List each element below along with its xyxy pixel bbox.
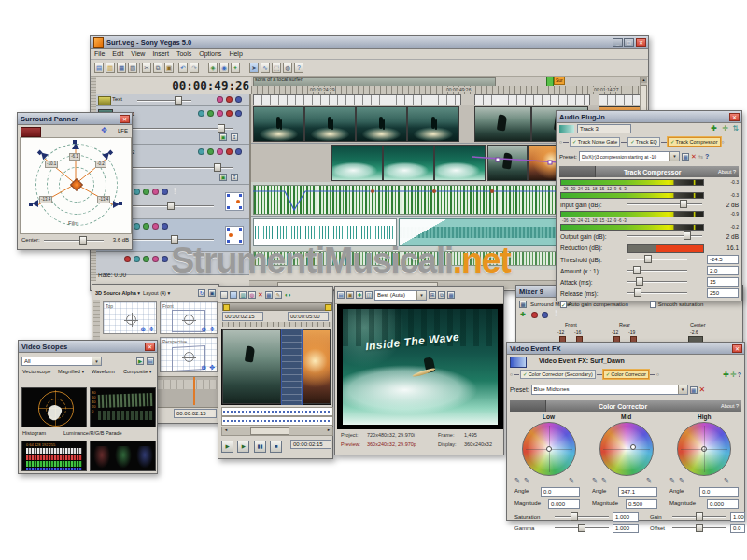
center-level-slider[interactable] [79, 236, 87, 245]
keyframe-timecode[interactable]: 00:00:02:15 [174, 409, 217, 418]
overlays-icon[interactable]: ⊞ [429, 291, 436, 299]
project-properties-icon[interactable]: ▤ [337, 291, 345, 299]
snapping-icon[interactable]: ◈ [208, 63, 218, 73]
low-magnitude-field[interactable]: 0.000 [548, 499, 580, 509]
amount-slider[interactable] [633, 266, 641, 274]
zoom-icon[interactable]: ⊕ [201, 364, 206, 371]
about-link[interactable]: About ? [721, 403, 739, 409]
front-view-pane[interactable]: Front ⊕ ✥ [160, 301, 218, 334]
marker-tag[interactable]: Sur [554, 77, 565, 85]
video-event-thumbnail[interactable] [474, 106, 531, 142]
preset-dropdown[interactable]: Blue Midtones▼ [531, 385, 688, 395]
automation-clock-icon[interactable] [235, 110, 242, 117]
pan-point[interactable] [236, 200, 240, 203]
audio-plugin-title-bar[interactable]: Audio Plug-In ✕ [557, 111, 741, 123]
plugin-chooser-icon[interactable]: ✛ [722, 124, 728, 133]
track-motion-icon[interactable] [198, 110, 204, 117]
paste-icon[interactable]: ▣ [164, 63, 174, 73]
remove-media-icon[interactable]: ✕ [258, 291, 263, 299]
pan-icon[interactable]: ✥ [209, 364, 215, 371]
menu-help[interactable]: Help [225, 50, 246, 57]
video-event-thumbnail[interactable] [407, 106, 459, 142]
record-bus-icon[interactable] [531, 312, 538, 318]
mute-button[interactable] [217, 96, 223, 103]
mute-button[interactable] [217, 148, 223, 155]
open-media-icon[interactable]: ▥ [239, 291, 247, 299]
selection-end-handle[interactable] [325, 304, 331, 311]
reset-eyedropper-icon[interactable]: ✎ [724, 477, 729, 484]
edit-media-icon[interactable]: ✎ [275, 291, 282, 299]
pan-icon[interactable]: ✥ [209, 326, 215, 332]
selection-edit-tool-icon[interactable]: ⬚ [272, 63, 281, 73]
track-fx-icon[interactable] [207, 110, 214, 117]
saturation-slider[interactable] [571, 512, 578, 521]
mid-color-wheel[interactable] [599, 422, 654, 476]
reset-eyedropper-icon[interactable]: ✎ [569, 477, 574, 484]
play-from-start-button[interactable]: ▶ [221, 441, 233, 453]
high-angle-field[interactable]: 0.0 [699, 487, 739, 497]
menu-view[interactable]: View [127, 50, 148, 57]
preview-quality-dropdown[interactable]: Best (Auto)▼ [374, 290, 427, 301]
layout-dropdown[interactable]: Layout (4) ▾ [143, 290, 170, 296]
make-compositing-child-icon[interactable]: ↧ [231, 174, 238, 181]
complementary-eyedropper-icon[interactable]: ✎ [592, 477, 598, 484]
menu-edit[interactable]: Edit [108, 50, 127, 57]
complementary-eyedropper-icon[interactable]: ✎ [514, 477, 520, 484]
low-wheel-handle[interactable] [546, 446, 552, 452]
delete-preset-icon[interactable]: ✕ [699, 385, 706, 394]
surround-panner-title-bar[interactable]: Surround Panner ✕ [18, 113, 132, 125]
minimize-button[interactable]: _ [613, 38, 623, 47]
release-slider[interactable] [634, 288, 641, 297]
complementary-eyedropper-icon[interactable]: ✎ [669, 477, 675, 484]
video-scopes-title-bar[interactable]: Video Scopes ✕ [19, 341, 157, 353]
mid-magnitude-field[interactable]: 0.500 [626, 499, 657, 509]
auto-ripple-icon[interactable]: ◉ [219, 63, 229, 73]
selection-start-handle[interactable] [223, 304, 230, 311]
close-button[interactable]: ✕ [729, 113, 740, 121]
track-level-slider[interactable] [214, 163, 221, 172]
low-angle-field[interactable]: 0.0 [541, 487, 580, 497]
save-preset-icon[interactable]: ▦ [682, 153, 689, 161]
stop-button[interactable]: ■ [270, 441, 282, 453]
waveform-mode-dropdown[interactable]: Composite ▾ [123, 369, 152, 374]
solo-button[interactable] [226, 96, 233, 103]
fx-chooser-icon[interactable]: ✛ [730, 371, 737, 379]
rear-right-speaker-icon[interactable] [112, 200, 122, 208]
close-button[interactable]: ✕ [145, 343, 155, 351]
menu-file[interactable]: File [91, 50, 108, 57]
amount-field[interactable]: 2.0 [707, 266, 739, 275]
cut-icon[interactable]: ✂ [142, 63, 151, 73]
insert-fx-icon[interactable]: ✚ [520, 311, 526, 318]
keyframe-cursor[interactable] [193, 377, 195, 405]
close-button[interactable]: ✕ [732, 344, 742, 353]
automation-clock-icon[interactable] [542, 312, 548, 318]
track-tab[interactable]: Track 3 [577, 124, 631, 133]
compositing-mode-icon[interactable]: ▣ [219, 174, 227, 181]
gain-slider[interactable] [696, 512, 703, 521]
zoom-edit-tool-icon[interactable]: ◍ [283, 63, 292, 73]
zoom-selection-icon[interactable]: ◍ [248, 291, 256, 299]
save-frame-icon[interactable]: ▦ [447, 291, 455, 299]
surround-pan-thumbnail[interactable] [225, 192, 244, 211]
lock-envelopes-icon[interactable]: ✦ [231, 63, 240, 73]
offset-field[interactable]: 0.0 [730, 524, 745, 533]
redo-icon[interactable]: ↷ [190, 63, 199, 73]
save-preset-icon[interactable]: ▦ [690, 386, 698, 394]
trimmer-cursor-timecode[interactable]: 00:00:02:15 [290, 440, 331, 449]
media-tab[interactable] [220, 291, 228, 299]
selection-bar[interactable] [222, 302, 332, 311]
scope-select-dropdown[interactable]: All▼ [21, 357, 102, 366]
reset-eyedropper-icon[interactable]: ✎ [646, 477, 652, 484]
solo-button[interactable] [226, 110, 233, 117]
close-button[interactable]: ✕ [120, 115, 130, 123]
low-color-wheel[interactable] [522, 422, 576, 476]
add-fx-icon[interactable]: ✚ [723, 371, 729, 379]
center-speaker-icon[interactable] [71, 140, 79, 150]
help-icon[interactable]: ? [738, 371, 741, 378]
auto-gain-checkbox[interactable]: ✓ Auto gain compensation [560, 301, 628, 308]
attack-slider[interactable] [636, 277, 643, 286]
mute-button[interactable] [152, 256, 159, 262]
help-icon[interactable]: ? [705, 153, 709, 160]
delete-preset-icon[interactable]: ✕ [691, 153, 697, 161]
chain-item-color-corrector[interactable]: ✓Color Corrector [603, 370, 649, 379]
